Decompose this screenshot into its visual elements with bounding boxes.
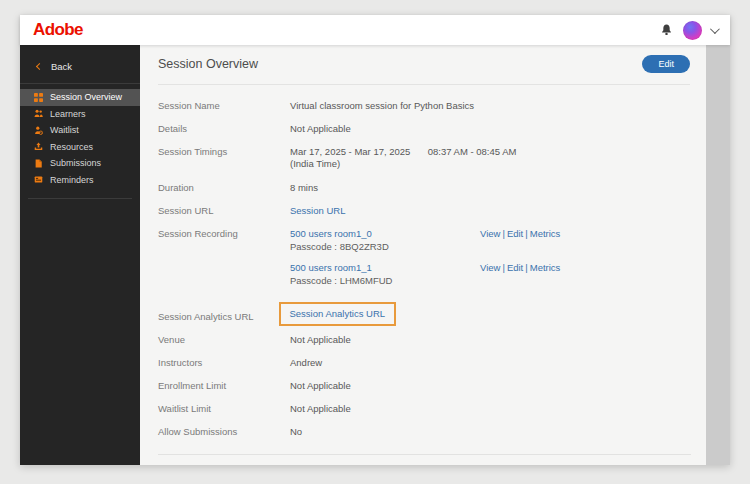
- sidebar-item-label: Learners: [50, 109, 86, 119]
- field-row-venue: Venue Not Applicable: [158, 334, 690, 346]
- sidebar-item-session-overview[interactable]: Session Overview: [20, 89, 140, 106]
- sidebar-divider: [28, 198, 132, 199]
- sidebar-item-label: Submissions: [50, 158, 101, 168]
- actions-separator: |: [525, 228, 527, 239]
- actions-separator: |: [525, 262, 527, 273]
- timings-date-range: Mar 17, 2025 - Mar 17, 2025: [290, 146, 410, 157]
- main-header: Session Overview Edit: [158, 55, 690, 73]
- actions-separator: |: [502, 262, 504, 273]
- app-body: Back Session Overview L: [20, 45, 730, 465]
- sidebar-item-label: Waitlist: [50, 125, 79, 135]
- sidebar-item-submissions[interactable]: Submissions: [20, 155, 140, 172]
- field-label: Allow Submissions: [158, 426, 290, 438]
- field-row-instructors: Instructors Andrew: [158, 357, 690, 369]
- back-chevron-icon: [36, 62, 43, 69]
- notifications-bell-icon[interactable]: [660, 23, 673, 37]
- field-label: Enrollment Limit: [158, 380, 290, 392]
- field-value: 8 mins: [290, 182, 318, 194]
- bottom-divider: [158, 454, 691, 455]
- field-row-details: Details Not Applicable: [158, 123, 690, 135]
- user-avatar[interactable]: [683, 21, 702, 40]
- field-label: Instructors: [158, 357, 290, 369]
- field-label: Waitlist Limit: [158, 403, 290, 415]
- sidebar: Back Session Overview L: [20, 45, 140, 465]
- recording-item: 500 users room1_0 Passcode : 8BQ2ZR3D Vi…: [290, 228, 560, 253]
- recording-actions: View|Edit|Metrics: [480, 262, 560, 274]
- field-row-session-analytics-url: Session Analytics URL Session Analytics …: [158, 308, 690, 326]
- sidebar-item-waitlist[interactable]: Waitlist: [20, 122, 140, 139]
- field-value: Mar 17, 2025 - Mar 17, 2025 08:37 AM - 0…: [290, 146, 516, 170]
- back-label: Back: [51, 61, 72, 72]
- timings-timezone: (India Time): [290, 158, 516, 170]
- field-row-session-url: Session URL Session URL: [158, 205, 690, 217]
- field-row-waitlist-limit: Waitlist Limit Not Applicable: [158, 403, 690, 415]
- field-row-duration: Duration 8 mins: [158, 182, 690, 194]
- field-value: Not Applicable: [290, 123, 351, 135]
- user-menu-chevron-down-icon[interactable]: [710, 24, 720, 34]
- sidebar-item-resources[interactable]: Resources: [20, 139, 140, 156]
- recording-metrics-link[interactable]: Metrics: [530, 262, 561, 273]
- field-value: Virtual classroom session for Python Bas…: [290, 100, 474, 112]
- recording-info: 500 users room1_1 Passcode : LHM6MFUD: [290, 262, 480, 287]
- top-bar: Adobe: [20, 15, 730, 45]
- field-label: Session Analytics URL: [158, 311, 290, 323]
- field-value: No: [290, 426, 302, 438]
- recording-link[interactable]: 500 users room1_0: [290, 228, 372, 239]
- sidebar-item-label: Session Overview: [50, 92, 122, 102]
- recording-item: 500 users room1_1 Passcode : LHM6MFUD Vi…: [290, 262, 560, 287]
- waitlist-icon: [34, 126, 43, 135]
- session-analytics-url-link[interactable]: Session Analytics URL: [290, 308, 386, 319]
- field-row-allow-submissions: Allow Submissions No: [158, 426, 690, 438]
- resources-icon: [34, 142, 43, 151]
- field-value: Andrew: [290, 357, 322, 369]
- timings-time-range: 08:37 AM - 08:45 AM: [428, 146, 517, 157]
- sidebar-back-button[interactable]: Back: [20, 53, 140, 79]
- recording-edit-link[interactable]: Edit: [507, 228, 523, 239]
- field-label: Session URL: [158, 205, 290, 217]
- recording-metrics-link[interactable]: Metrics: [530, 228, 561, 239]
- sidebar-divider: [20, 83, 140, 84]
- recording-link[interactable]: 500 users room1_1: [290, 262, 372, 273]
- app-window: Adobe Back: [20, 15, 730, 465]
- field-label: Venue: [158, 334, 290, 346]
- sidebar-item-reminders[interactable]: Reminders: [20, 172, 140, 189]
- overview-grid-icon: [34, 93, 43, 102]
- session-url-link[interactable]: Session URL: [290, 205, 345, 216]
- analytics-highlight-box: Session Analytics URL: [279, 302, 397, 326]
- header-divider: [158, 84, 690, 85]
- recording-passcode: Passcode : 8BQ2ZR3D: [290, 241, 480, 253]
- recording-view-link[interactable]: View: [480, 262, 500, 273]
- recording-view-link[interactable]: View: [480, 228, 500, 239]
- field-value: Not Applicable: [290, 403, 351, 415]
- recording-passcode: Passcode : LHM6MFUD: [290, 275, 480, 287]
- field-row-session-name: Session Name Virtual classroom session f…: [158, 100, 690, 112]
- submissions-icon: [34, 159, 43, 168]
- sidebar-item-label: Reminders: [50, 175, 94, 185]
- sidebar-item-label: Resources: [50, 142, 93, 152]
- vertical-scrollbar[interactable]: [706, 45, 730, 465]
- field-label: Details: [158, 123, 290, 135]
- sidebar-item-learners[interactable]: Learners: [20, 106, 140, 123]
- adobe-logo: Adobe: [33, 20, 83, 40]
- field-rows: Session Name Virtual classroom session f…: [158, 100, 690, 439]
- field-value: Not Applicable: [290, 380, 351, 392]
- timings-line: Mar 17, 2025 - Mar 17, 2025 08:37 AM - 0…: [290, 146, 516, 158]
- recording-info: 500 users room1_0 Passcode : 8BQ2ZR3D: [290, 228, 480, 253]
- field-label: Session Name: [158, 100, 290, 112]
- field-value: Not Applicable: [290, 334, 351, 346]
- field-row-session-recording: Session Recording 500 users room1_0 Pass…: [158, 228, 690, 297]
- topbar-right-group: [660, 21, 717, 40]
- field-row-session-timings: Session Timings Mar 17, 2025 - Mar 17, 2…: [158, 146, 690, 170]
- reminders-icon: [34, 175, 43, 184]
- page-title: Session Overview: [158, 57, 258, 71]
- field-label: Session Timings: [158, 146, 290, 158]
- field-row-enrollment-limit: Enrollment Limit Not Applicable: [158, 380, 690, 392]
- field-label: Duration: [158, 182, 290, 194]
- edit-button[interactable]: Edit: [642, 55, 690, 73]
- main-content: Session Overview Edit Session Name Virtu…: [140, 45, 706, 465]
- recordings-list: 500 users room1_0 Passcode : 8BQ2ZR3D Vi…: [290, 228, 560, 297]
- recording-edit-link[interactable]: Edit: [507, 262, 523, 273]
- field-label: Session Recording: [158, 228, 290, 240]
- learners-icon: [34, 109, 43, 118]
- actions-separator: |: [502, 228, 504, 239]
